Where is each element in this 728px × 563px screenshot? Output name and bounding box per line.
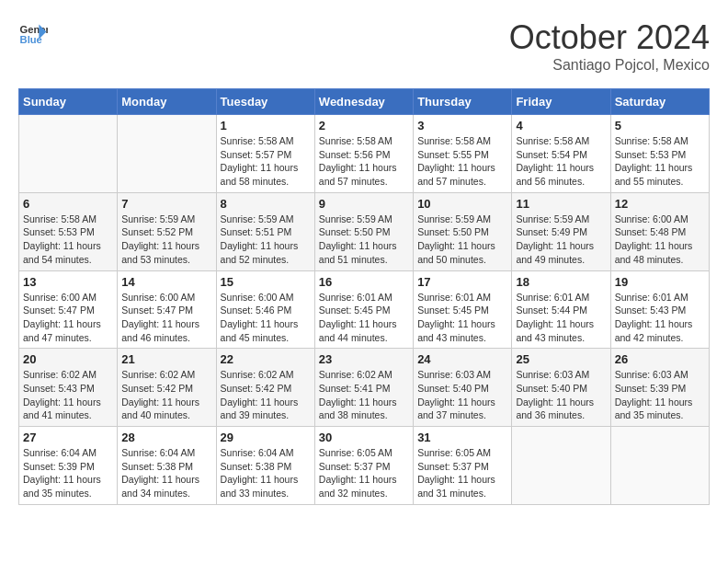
day-info: Sunrise: 6:01 AM Sunset: 5:45 PM Dayligh… bbox=[417, 291, 507, 345]
day-number: 7 bbox=[121, 197, 211, 211]
calendar-week-4: 20Sunrise: 6:02 AM Sunset: 5:43 PM Dayli… bbox=[19, 349, 710, 427]
day-info: Sunrise: 5:58 AM Sunset: 5:53 PM Dayligh… bbox=[23, 213, 113, 267]
calendar-cell: 14Sunrise: 6:00 AM Sunset: 5:47 PM Dayli… bbox=[118, 270, 216, 349]
calendar-cell: 3Sunrise: 5:58 AM Sunset: 5:55 PM Daylig… bbox=[414, 115, 512, 193]
day-info: Sunrise: 6:00 AM Sunset: 5:46 PM Dayligh… bbox=[221, 291, 311, 345]
weekday-header-saturday: Saturday bbox=[610, 89, 709, 115]
calendar-cell: 31Sunrise: 6:05 AM Sunset: 5:37 PM Dayli… bbox=[414, 427, 512, 505]
calendar-cell: 12Sunrise: 6:00 AM Sunset: 5:48 PM Dayli… bbox=[610, 192, 709, 270]
day-number: 15 bbox=[221, 275, 311, 289]
calendar-cell: 16Sunrise: 6:01 AM Sunset: 5:45 PM Dayli… bbox=[314, 270, 413, 349]
calendar-cell: 1Sunrise: 5:58 AM Sunset: 5:57 PM Daylig… bbox=[216, 115, 314, 193]
day-number: 23 bbox=[319, 352, 409, 366]
calendar-cell: 27Sunrise: 6:04 AM Sunset: 5:39 PM Dayli… bbox=[19, 427, 118, 505]
calendar-cell: 2Sunrise: 5:58 AM Sunset: 5:56 PM Daylig… bbox=[314, 115, 413, 193]
weekday-header-monday: Monday bbox=[118, 89, 216, 115]
page-header: General Blue October 2024 Santiago Pojco… bbox=[18, 18, 710, 74]
calendar-table: SundayMondayTuesdayWednesdayThursdayFrid… bbox=[18, 88, 710, 505]
calendar-cell: 29Sunrise: 6:04 AM Sunset: 5:38 PM Dayli… bbox=[216, 427, 314, 505]
day-info: Sunrise: 5:58 AM Sunset: 5:56 PM Dayligh… bbox=[319, 134, 409, 189]
logo-icon: General Blue bbox=[18, 18, 48, 48]
month-title: October 2024 bbox=[509, 18, 710, 57]
calendar-cell: 23Sunrise: 6:02 AM Sunset: 5:41 PM Dayli… bbox=[314, 349, 413, 427]
calendar-cell: 26Sunrise: 6:03 AM Sunset: 5:39 PM Dayli… bbox=[610, 349, 709, 427]
calendar-cell: 5Sunrise: 5:58 AM Sunset: 5:53 PM Daylig… bbox=[610, 115, 709, 193]
calendar-cell: 18Sunrise: 6:01 AM Sunset: 5:44 PM Dayli… bbox=[512, 270, 610, 349]
calendar-cell bbox=[610, 427, 709, 505]
day-number: 26 bbox=[615, 352, 705, 366]
weekday-header-sunday: Sunday bbox=[19, 89, 118, 115]
calendar-cell: 22Sunrise: 6:02 AM Sunset: 5:42 PM Dayli… bbox=[216, 349, 314, 427]
calendar-cell bbox=[118, 115, 216, 193]
day-number: 10 bbox=[417, 197, 507, 211]
calendar-cell: 24Sunrise: 6:03 AM Sunset: 5:40 PM Dayli… bbox=[414, 349, 512, 427]
day-info: Sunrise: 5:58 AM Sunset: 5:55 PM Dayligh… bbox=[417, 134, 507, 189]
day-info: Sunrise: 5:58 AM Sunset: 5:57 PM Dayligh… bbox=[221, 134, 311, 189]
day-info: Sunrise: 5:59 AM Sunset: 5:49 PM Dayligh… bbox=[516, 213, 606, 267]
calendar-cell bbox=[512, 427, 610, 505]
day-number: 16 bbox=[319, 275, 409, 289]
day-info: Sunrise: 6:05 AM Sunset: 5:37 PM Dayligh… bbox=[319, 446, 409, 500]
day-number: 5 bbox=[615, 119, 705, 132]
day-info: Sunrise: 6:03 AM Sunset: 5:40 PM Dayligh… bbox=[417, 368, 507, 422]
day-number: 25 bbox=[516, 352, 606, 366]
calendar-week-2: 6Sunrise: 5:58 AM Sunset: 5:53 PM Daylig… bbox=[19, 192, 710, 270]
calendar-cell: 10Sunrise: 5:59 AM Sunset: 5:50 PM Dayli… bbox=[414, 192, 512, 270]
calendar-week-3: 13Sunrise: 6:00 AM Sunset: 5:47 PM Dayli… bbox=[19, 270, 710, 349]
title-block: October 2024 Santiago Pojcol, Mexico bbox=[509, 18, 710, 74]
day-number: 6 bbox=[23, 197, 113, 211]
day-number: 19 bbox=[615, 275, 705, 289]
calendar-cell: 21Sunrise: 6:02 AM Sunset: 5:42 PM Dayli… bbox=[118, 349, 216, 427]
day-number: 22 bbox=[221, 352, 311, 366]
day-number: 2 bbox=[319, 119, 409, 132]
calendar-cell: 9Sunrise: 5:59 AM Sunset: 5:50 PM Daylig… bbox=[314, 192, 413, 270]
day-info: Sunrise: 6:02 AM Sunset: 5:41 PM Dayligh… bbox=[319, 368, 409, 422]
day-number: 13 bbox=[23, 275, 113, 289]
logo: General Blue bbox=[18, 18, 48, 48]
calendar-cell: 6Sunrise: 5:58 AM Sunset: 5:53 PM Daylig… bbox=[19, 192, 118, 270]
day-info: Sunrise: 6:03 AM Sunset: 5:40 PM Dayligh… bbox=[516, 368, 606, 422]
day-info: Sunrise: 6:02 AM Sunset: 5:42 PM Dayligh… bbox=[221, 368, 311, 422]
calendar-cell: 13Sunrise: 6:00 AM Sunset: 5:47 PM Dayli… bbox=[19, 270, 118, 349]
day-number: 11 bbox=[516, 197, 606, 211]
day-info: Sunrise: 6:05 AM Sunset: 5:37 PM Dayligh… bbox=[417, 446, 507, 500]
day-info: Sunrise: 6:01 AM Sunset: 5:45 PM Dayligh… bbox=[319, 291, 409, 345]
day-number: 20 bbox=[23, 352, 113, 366]
weekday-header-tuesday: Tuesday bbox=[216, 89, 314, 115]
day-number: 12 bbox=[615, 197, 705, 211]
day-number: 27 bbox=[23, 431, 113, 444]
day-number: 28 bbox=[121, 431, 211, 444]
day-info: Sunrise: 6:00 AM Sunset: 5:47 PM Dayligh… bbox=[121, 291, 211, 345]
day-info: Sunrise: 6:00 AM Sunset: 5:47 PM Dayligh… bbox=[23, 291, 113, 345]
day-info: Sunrise: 5:59 AM Sunset: 5:50 PM Dayligh… bbox=[417, 213, 507, 267]
day-number: 8 bbox=[221, 197, 311, 211]
day-number: 4 bbox=[516, 119, 606, 132]
day-number: 9 bbox=[319, 197, 409, 211]
calendar-cell: 20Sunrise: 6:02 AM Sunset: 5:43 PM Dayli… bbox=[19, 349, 118, 427]
calendar-cell: 17Sunrise: 6:01 AM Sunset: 5:45 PM Dayli… bbox=[414, 270, 512, 349]
calendar-header-row: SundayMondayTuesdayWednesdayThursdayFrid… bbox=[19, 89, 710, 115]
day-info: Sunrise: 5:58 AM Sunset: 5:53 PM Dayligh… bbox=[615, 134, 705, 189]
day-number: 3 bbox=[417, 119, 507, 132]
calendar-cell: 8Sunrise: 5:59 AM Sunset: 5:51 PM Daylig… bbox=[216, 192, 314, 270]
svg-text:Blue: Blue bbox=[20, 34, 42, 45]
day-info: Sunrise: 5:58 AM Sunset: 5:54 PM Dayligh… bbox=[516, 134, 606, 189]
day-number: 17 bbox=[417, 275, 507, 289]
day-info: Sunrise: 6:02 AM Sunset: 5:43 PM Dayligh… bbox=[23, 368, 113, 422]
calendar-cell: 30Sunrise: 6:05 AM Sunset: 5:37 PM Dayli… bbox=[314, 427, 413, 505]
calendar-week-5: 27Sunrise: 6:04 AM Sunset: 5:39 PM Dayli… bbox=[19, 427, 710, 505]
day-info: Sunrise: 6:03 AM Sunset: 5:39 PM Dayligh… bbox=[615, 368, 705, 422]
day-number: 1 bbox=[221, 119, 311, 132]
day-number: 21 bbox=[121, 352, 211, 366]
calendar-cell: 7Sunrise: 5:59 AM Sunset: 5:52 PM Daylig… bbox=[118, 192, 216, 270]
day-info: Sunrise: 6:04 AM Sunset: 5:38 PM Dayligh… bbox=[121, 446, 211, 500]
day-info: Sunrise: 5:59 AM Sunset: 5:51 PM Dayligh… bbox=[221, 213, 311, 267]
day-info: Sunrise: 5:59 AM Sunset: 5:50 PM Dayligh… bbox=[319, 213, 409, 267]
day-info: Sunrise: 6:02 AM Sunset: 5:42 PM Dayligh… bbox=[121, 368, 211, 422]
day-number: 30 bbox=[319, 431, 409, 444]
calendar-cell: 15Sunrise: 6:00 AM Sunset: 5:46 PM Dayli… bbox=[216, 270, 314, 349]
weekday-header-wednesday: Wednesday bbox=[314, 89, 413, 115]
day-info: Sunrise: 6:04 AM Sunset: 5:38 PM Dayligh… bbox=[221, 446, 311, 500]
day-info: Sunrise: 6:00 AM Sunset: 5:48 PM Dayligh… bbox=[615, 213, 705, 267]
calendar-cell: 4Sunrise: 5:58 AM Sunset: 5:54 PM Daylig… bbox=[512, 115, 610, 193]
